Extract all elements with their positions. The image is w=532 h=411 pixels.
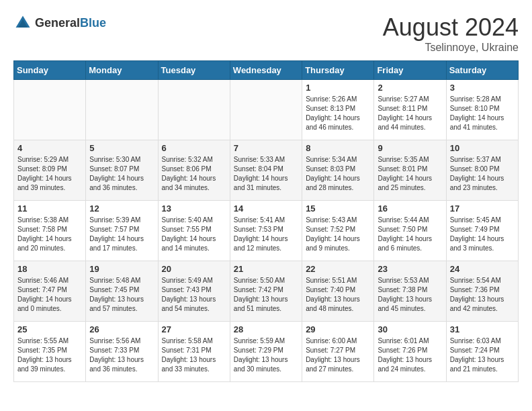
day-header-tuesday: Tuesday — [158, 61, 230, 80]
week-row-3: 11Sunrise: 5:38 AM Sunset: 7:58 PM Dayli… — [14, 201, 519, 261]
calendar-cell: 11Sunrise: 5:38 AM Sunset: 7:58 PM Dayli… — [14, 201, 86, 261]
day-info: Sunrise: 5:49 AM Sunset: 7:43 PM Dayligh… — [162, 276, 226, 314]
day-number: 26 — [89, 324, 154, 334]
page-header: GeneralBlue August 2024 Tselinnoye, Ukra… — [13, 13, 519, 54]
day-info: Sunrise: 5:33 AM Sunset: 8:04 PM Dayligh… — [234, 155, 298, 193]
day-info: Sunrise: 5:39 AM Sunset: 7:57 PM Dayligh… — [89, 216, 154, 253]
day-header-monday: Monday — [86, 61, 158, 80]
calendar-cell: 29Sunrise: 6:00 AM Sunset: 7:27 PM Dayli… — [302, 322, 374, 382]
day-number: 24 — [450, 264, 515, 274]
day-number: 16 — [378, 203, 442, 214]
day-info: Sunrise: 5:55 AM Sunset: 7:35 PM Dayligh… — [17, 336, 82, 374]
calendar-cell: 20Sunrise: 5:49 AM Sunset: 7:43 PM Dayli… — [158, 261, 230, 322]
calendar-cell: 23Sunrise: 5:53 AM Sunset: 7:38 PM Dayli… — [374, 261, 446, 322]
day-number: 11 — [17, 203, 82, 214]
day-number: 23 — [378, 264, 442, 274]
day-number: 18 — [17, 264, 82, 274]
day-number: 1 — [306, 83, 370, 93]
day-number: 5 — [89, 143, 154, 153]
logo-general-text: General — [35, 16, 80, 30]
calendar-cell: 21Sunrise: 5:50 AM Sunset: 7:42 PM Dayli… — [230, 261, 302, 322]
calendar-cell: 30Sunrise: 6:01 AM Sunset: 7:26 PM Dayli… — [374, 322, 446, 382]
day-info: Sunrise: 5:59 AM Sunset: 7:29 PM Dayligh… — [234, 336, 298, 374]
day-info: Sunrise: 5:38 AM Sunset: 7:58 PM Dayligh… — [17, 216, 82, 253]
day-info: Sunrise: 5:27 AM Sunset: 8:11 PM Dayligh… — [378, 95, 442, 132]
day-header-thursday: Thursday — [302, 61, 374, 80]
day-info: Sunrise: 5:44 AM Sunset: 7:50 PM Dayligh… — [378, 216, 442, 253]
logo-icon — [13, 13, 32, 32]
calendar-body: 1Sunrise: 5:26 AM Sunset: 8:13 PM Daylig… — [14, 80, 519, 382]
day-number: 4 — [17, 143, 82, 153]
day-header-wednesday: Wednesday — [230, 61, 302, 80]
day-info: Sunrise: 5:43 AM Sunset: 7:52 PM Dayligh… — [306, 216, 370, 253]
day-number: 29 — [306, 324, 370, 334]
calendar-cell: 25Sunrise: 5:55 AM Sunset: 7:35 PM Dayli… — [14, 322, 86, 382]
calendar-cell: 26Sunrise: 5:56 AM Sunset: 7:33 PM Dayli… — [86, 322, 158, 382]
title-block: August 2024 Tselinnoye, Ukraine — [383, 13, 519, 54]
calendar-cell: 3Sunrise: 5:28 AM Sunset: 8:10 PM Daylig… — [446, 80, 518, 140]
day-number: 21 — [234, 264, 298, 274]
calendar-cell: 22Sunrise: 5:51 AM Sunset: 7:40 PM Dayli… — [302, 261, 374, 322]
day-info: Sunrise: 6:03 AM Sunset: 7:24 PM Dayligh… — [450, 336, 515, 374]
calendar-cell — [14, 80, 86, 140]
day-info: Sunrise: 5:48 AM Sunset: 7:45 PM Dayligh… — [89, 276, 154, 314]
day-info: Sunrise: 5:32 AM Sunset: 8:06 PM Dayligh… — [162, 155, 226, 193]
day-info: Sunrise: 5:54 AM Sunset: 7:36 PM Dayligh… — [450, 276, 515, 314]
day-info: Sunrise: 5:41 AM Sunset: 7:53 PM Dayligh… — [234, 216, 298, 253]
day-number: 28 — [234, 324, 298, 334]
day-info: Sunrise: 5:46 AM Sunset: 7:47 PM Dayligh… — [17, 276, 82, 314]
day-number: 8 — [306, 143, 370, 153]
day-info: Sunrise: 5:51 AM Sunset: 7:40 PM Dayligh… — [306, 276, 370, 314]
day-info: Sunrise: 6:00 AM Sunset: 7:27 PM Dayligh… — [306, 336, 370, 374]
day-number: 12 — [89, 203, 154, 214]
day-number: 15 — [306, 203, 370, 214]
day-header-saturday: Saturday — [446, 61, 518, 80]
calendar-cell: 9Sunrise: 5:35 AM Sunset: 8:01 PM Daylig… — [374, 140, 446, 201]
day-number: 20 — [162, 264, 226, 274]
day-number: 7 — [234, 143, 298, 153]
calendar-cell: 24Sunrise: 5:54 AM Sunset: 7:36 PM Dayli… — [446, 261, 518, 322]
day-number: 3 — [450, 83, 515, 93]
calendar-cell: 17Sunrise: 5:45 AM Sunset: 7:49 PM Dayli… — [446, 201, 518, 261]
day-info: Sunrise: 5:29 AM Sunset: 8:09 PM Dayligh… — [17, 155, 82, 193]
calendar-cell: 5Sunrise: 5:30 AM Sunset: 8:07 PM Daylig… — [86, 140, 158, 201]
calendar-cell — [158, 80, 230, 140]
calendar-cell: 7Sunrise: 5:33 AM Sunset: 8:04 PM Daylig… — [230, 140, 302, 201]
day-number: 13 — [162, 203, 226, 214]
calendar-header: SundayMondayTuesdayWednesdayThursdayFrid… — [14, 61, 519, 80]
day-number: 2 — [378, 83, 442, 93]
day-info: Sunrise: 5:45 AM Sunset: 7:49 PM Dayligh… — [450, 216, 515, 253]
day-info: Sunrise: 5:40 AM Sunset: 7:55 PM Dayligh… — [162, 216, 226, 253]
day-info: Sunrise: 5:50 AM Sunset: 7:42 PM Dayligh… — [234, 276, 298, 314]
calendar-cell: 18Sunrise: 5:46 AM Sunset: 7:47 PM Dayli… — [14, 261, 86, 322]
day-number: 22 — [306, 264, 370, 274]
calendar-cell: 27Sunrise: 5:58 AM Sunset: 7:31 PM Dayli… — [158, 322, 230, 382]
calendar-cell: 8Sunrise: 5:34 AM Sunset: 8:03 PM Daylig… — [302, 140, 374, 201]
day-info: Sunrise: 5:53 AM Sunset: 7:38 PM Dayligh… — [378, 276, 442, 314]
calendar-cell: 16Sunrise: 5:44 AM Sunset: 7:50 PM Dayli… — [374, 201, 446, 261]
day-info: Sunrise: 5:34 AM Sunset: 8:03 PM Dayligh… — [306, 155, 370, 193]
calendar-table: SundayMondayTuesdayWednesdayThursdayFrid… — [13, 60, 519, 382]
calendar-cell: 14Sunrise: 5:41 AM Sunset: 7:53 PM Dayli… — [230, 201, 302, 261]
header-row: SundayMondayTuesdayWednesdayThursdayFrid… — [14, 61, 519, 80]
day-info: Sunrise: 5:30 AM Sunset: 8:07 PM Dayligh… — [89, 155, 154, 193]
week-row-4: 18Sunrise: 5:46 AM Sunset: 7:47 PM Dayli… — [14, 261, 519, 322]
day-number: 31 — [450, 324, 515, 334]
day-number: 6 — [162, 143, 226, 153]
logo: GeneralBlue — [13, 13, 106, 32]
calendar-cell — [86, 80, 158, 140]
calendar-cell: 1Sunrise: 5:26 AM Sunset: 8:13 PM Daylig… — [302, 80, 374, 140]
week-row-2: 4Sunrise: 5:29 AM Sunset: 8:09 PM Daylig… — [14, 140, 519, 201]
day-number: 27 — [162, 324, 226, 334]
day-number: 30 — [378, 324, 442, 334]
day-number: 17 — [450, 203, 515, 214]
calendar-cell: 6Sunrise: 5:32 AM Sunset: 8:06 PM Daylig… — [158, 140, 230, 201]
calendar-cell: 19Sunrise: 5:48 AM Sunset: 7:45 PM Dayli… — [86, 261, 158, 322]
day-header-friday: Friday — [374, 61, 446, 80]
day-info: Sunrise: 5:58 AM Sunset: 7:31 PM Dayligh… — [162, 336, 226, 374]
day-header-sunday: Sunday — [14, 61, 86, 80]
calendar-cell: 13Sunrise: 5:40 AM Sunset: 7:55 PM Dayli… — [158, 201, 230, 261]
calendar-cell: 2Sunrise: 5:27 AM Sunset: 8:11 PM Daylig… — [374, 80, 446, 140]
day-number: 25 — [17, 324, 82, 334]
month-year: August 2024 — [383, 13, 519, 42]
